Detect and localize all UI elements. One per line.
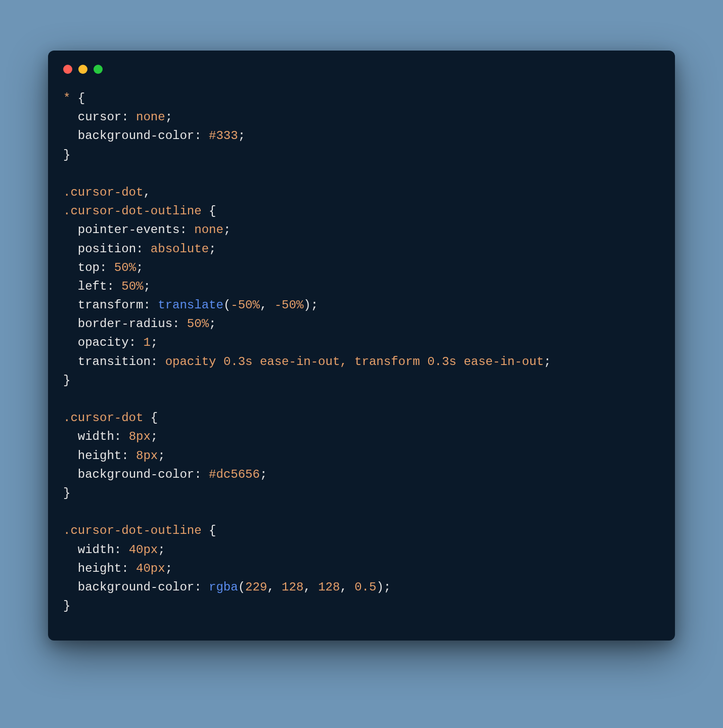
- token-punc: ;: [544, 355, 551, 369]
- token-prop: position: [78, 242, 136, 256]
- maximize-icon[interactable]: [94, 65, 103, 74]
- code-window: * { cursor: none; background-color: #333…: [48, 51, 675, 641]
- token-prop: top: [78, 261, 100, 275]
- token-punc: ;: [151, 430, 158, 443]
- token-num: 40px: [129, 543, 158, 557]
- token-num: -50%: [231, 298, 260, 312]
- token-sel: .cursor-dot-outline: [63, 524, 202, 537]
- token-num: 50%: [187, 317, 209, 331]
- minimize-icon[interactable]: [78, 65, 87, 74]
- token-punc: :: [121, 449, 136, 463]
- token-punc: ;: [151, 336, 158, 349]
- token-punc: {: [70, 92, 85, 105]
- token-punc: :: [114, 430, 129, 443]
- token-prop: background-color: [78, 580, 194, 594]
- token-prop: background-color: [78, 129, 194, 143]
- token-sel: .cursor-dot: [63, 186, 143, 199]
- token-punc: ;: [209, 242, 216, 256]
- token-punc: ;: [209, 317, 216, 331]
- token-prop: cursor: [78, 110, 121, 124]
- token-punc: :: [121, 110, 136, 124]
- token-num: #333: [209, 129, 238, 143]
- token-num: 50%: [114, 261, 136, 275]
- token-prop: height: [78, 562, 121, 575]
- token-kw: opacity 0.3s ease-in-out, transform 0.3s…: [165, 355, 544, 369]
- token-punc: ,: [303, 580, 318, 594]
- token-punc: {: [202, 204, 216, 218]
- token-punc: ;: [165, 110, 172, 124]
- token-num: 229: [245, 580, 267, 594]
- token-punc: }: [63, 148, 70, 162]
- token-punc: }: [63, 374, 70, 387]
- close-icon[interactable]: [63, 65, 72, 74]
- token-punc: :: [194, 129, 209, 143]
- token-num: 8px: [136, 449, 158, 463]
- token-punc: ;: [143, 280, 150, 293]
- token-prop: width: [78, 543, 114, 557]
- token-num: 128: [318, 580, 340, 594]
- token-punc: }: [63, 486, 70, 500]
- token-punc: :: [143, 298, 158, 312]
- token-num: 128: [282, 580, 303, 594]
- token-prop: height: [78, 449, 121, 463]
- token-kw: none: [136, 110, 165, 124]
- token-prop: opacity: [78, 336, 129, 349]
- token-punc: ,: [267, 580, 282, 594]
- token-func: translate: [158, 298, 223, 312]
- token-punc: );: [303, 298, 318, 312]
- token-punc: );: [376, 580, 391, 594]
- token-prop: pointer-events: [78, 223, 180, 237]
- token-punc: ;: [260, 468, 267, 481]
- token-num: 8px: [129, 430, 151, 443]
- token-num: 50%: [121, 280, 143, 293]
- token-punc: :: [194, 468, 209, 481]
- token-punc: :: [107, 280, 121, 293]
- token-prop: transform: [78, 298, 144, 312]
- token-punc: ,: [143, 186, 150, 199]
- token-func: rgba: [209, 580, 238, 594]
- token-punc: (: [238, 580, 245, 594]
- token-punc: :: [151, 355, 165, 369]
- token-num: #dc5656: [209, 468, 260, 481]
- token-punc: :: [129, 336, 144, 349]
- token-punc: {: [202, 524, 216, 537]
- token-punc: (: [223, 298, 231, 312]
- token-punc: ;: [158, 543, 165, 557]
- token-sel: .cursor-dot-outline: [63, 204, 202, 218]
- token-punc: ,: [340, 580, 354, 594]
- token-punc: ,: [260, 298, 275, 312]
- token-punc: ;: [238, 129, 245, 143]
- token-punc: {: [143, 411, 158, 425]
- token-num: 0.5: [354, 580, 376, 594]
- token-punc: :: [194, 580, 209, 594]
- code-block: * { cursor: none; background-color: #333…: [63, 89, 660, 615]
- token-punc: :: [114, 543, 129, 557]
- traffic-lights: [63, 65, 660, 74]
- token-punc: :: [121, 562, 136, 575]
- token-punc: }: [63, 599, 70, 613]
- token-punc: :: [179, 223, 194, 237]
- token-punc: :: [172, 317, 187, 331]
- token-punc: ;: [165, 562, 172, 575]
- token-kw: absolute: [151, 242, 209, 256]
- token-punc: :: [100, 261, 114, 275]
- token-punc: :: [136, 242, 151, 256]
- token-num: -50%: [275, 298, 304, 312]
- token-num: 1: [143, 336, 150, 349]
- token-sel: .cursor-dot: [63, 411, 143, 425]
- token-punc: ;: [136, 261, 143, 275]
- token-prop: border-radius: [78, 317, 172, 331]
- token-prop: transition: [78, 355, 151, 369]
- token-kw: none: [194, 223, 223, 237]
- token-prop: width: [78, 430, 114, 443]
- token-num: 40px: [136, 562, 165, 575]
- token-punc: ;: [158, 449, 165, 463]
- token-punc: ;: [223, 223, 231, 237]
- token-prop: left: [78, 280, 107, 293]
- token-prop: background-color: [78, 468, 194, 481]
- token-sel: *: [63, 92, 70, 105]
